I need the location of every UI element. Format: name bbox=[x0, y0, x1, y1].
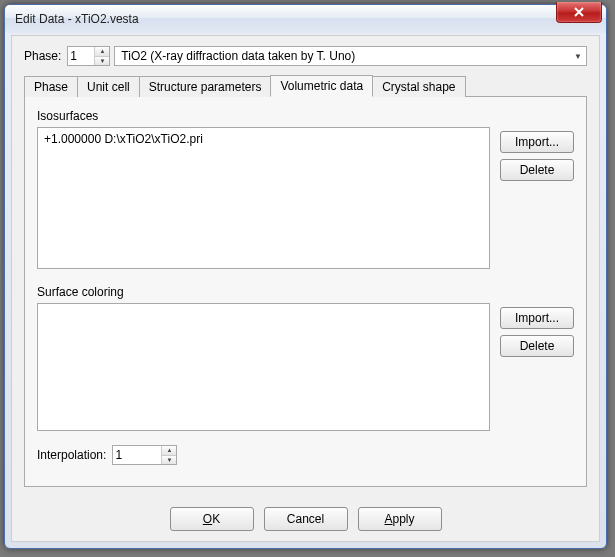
cancel-button[interactable]: Cancel bbox=[264, 507, 348, 531]
tab-phase[interactable]: Phase bbox=[24, 76, 78, 97]
surface-coloring-buttons: Import... Delete bbox=[500, 307, 574, 357]
surface-coloring-label: Surface coloring bbox=[37, 285, 574, 299]
phase-row: Phase: ▲ ▼ TiO2 (X-ray diffraction data … bbox=[24, 46, 587, 66]
interpolation-spinner[interactable]: ▲ ▼ bbox=[112, 445, 177, 465]
close-button[interactable] bbox=[556, 2, 602, 23]
close-icon bbox=[574, 7, 584, 17]
chevron-down-icon: ▼ bbox=[574, 52, 582, 61]
ok-tail: K bbox=[212, 512, 220, 526]
interpolation-row: Interpolation: ▲ ▼ bbox=[37, 445, 574, 465]
client-area: Phase: ▲ ▼ TiO2 (X-ray diffraction data … bbox=[11, 35, 600, 542]
surface-coloring-delete-button[interactable]: Delete bbox=[500, 335, 574, 357]
isosurfaces-listbox[interactable]: +1.000000 D:\xTiO2\xTiO2.pri bbox=[37, 127, 490, 269]
surface-coloring-row: Import... Delete bbox=[37, 303, 574, 431]
apply-button[interactable]: Apply bbox=[358, 507, 442, 531]
phase-label: Phase: bbox=[24, 49, 61, 63]
window-title: Edit Data - xTiO2.vesta bbox=[15, 12, 139, 26]
surface-coloring-import-button[interactable]: Import... bbox=[500, 307, 574, 329]
dialog-window: Edit Data - xTiO2.vesta Phase: ▲ ▼ TiO2 … bbox=[4, 4, 607, 549]
apply-tail: pply bbox=[393, 512, 415, 526]
phase-dropdown[interactable]: TiO2 (X-ray diffraction data taken by T.… bbox=[114, 46, 587, 66]
phase-spinner[interactable]: ▲ ▼ bbox=[67, 46, 110, 66]
isosurfaces-buttons: Import... Delete bbox=[500, 131, 574, 181]
dialog-footer: OK Cancel Apply bbox=[12, 507, 599, 531]
interpolation-spin-down[interactable]: ▼ bbox=[162, 456, 176, 465]
phase-spinner-buttons: ▲ ▼ bbox=[94, 47, 109, 65]
ok-button[interactable]: OK bbox=[170, 507, 254, 531]
titlebar[interactable]: Edit Data - xTiO2.vesta bbox=[5, 5, 606, 33]
phase-dropdown-value: TiO2 (X-ray diffraction data taken by T.… bbox=[121, 49, 355, 63]
interpolation-spin-up[interactable]: ▲ bbox=[162, 446, 176, 456]
surface-coloring-listbox[interactable] bbox=[37, 303, 490, 431]
phase-spinner-input[interactable] bbox=[68, 47, 94, 65]
isosurfaces-import-button[interactable]: Import... bbox=[500, 131, 574, 153]
tab-volumetric-data[interactable]: Volumetric data bbox=[270, 75, 373, 97]
tab-unit-cell[interactable]: Unit cell bbox=[77, 76, 140, 97]
isosurfaces-delete-button[interactable]: Delete bbox=[500, 159, 574, 181]
isosurfaces-label: Isosurfaces bbox=[37, 109, 574, 123]
isosurfaces-row: +1.000000 D:\xTiO2\xTiO2.pri Import... D… bbox=[37, 127, 574, 269]
tabstrip: Phase Unit cell Structure parameters Vol… bbox=[24, 74, 587, 97]
tab-crystal-shape[interactable]: Crystal shape bbox=[372, 76, 465, 97]
list-item[interactable]: +1.000000 D:\xTiO2\xTiO2.pri bbox=[44, 132, 483, 146]
interpolation-label: Interpolation: bbox=[37, 448, 106, 462]
phase-spin-down[interactable]: ▼ bbox=[95, 57, 109, 66]
interpolation-input[interactable] bbox=[113, 446, 161, 464]
phase-spin-up[interactable]: ▲ bbox=[95, 47, 109, 57]
interpolation-spin-buttons: ▲ ▼ bbox=[161, 446, 176, 464]
tabpanel-volumetric: Isosurfaces +1.000000 D:\xTiO2\xTiO2.pri… bbox=[24, 97, 587, 487]
tab-structure-parameters[interactable]: Structure parameters bbox=[139, 76, 272, 97]
